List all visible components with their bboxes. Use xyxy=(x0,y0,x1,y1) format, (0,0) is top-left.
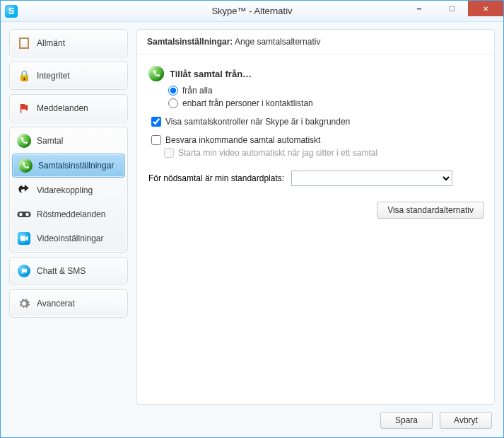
sidebar-item-label: Meddelanden xyxy=(37,103,120,113)
sidebar-item-general[interactable]: Allmänt xyxy=(11,31,126,55)
panel-body: Tillåt samtal från… från alla enbart frå… xyxy=(137,54,494,404)
sidebar-group-advanced: Avancerat xyxy=(9,289,128,318)
sidebar: Allmänt 🔒 Integritet Meddelanden xyxy=(9,29,128,429)
check-show-controls-input[interactable] xyxy=(151,117,161,127)
check-show-controls-label: Visa samtalskontroller när Skype är i ba… xyxy=(165,117,350,127)
sidebar-item-video[interactable]: Videoinställningar xyxy=(11,226,126,250)
sidebar-item-label: Samtalsinställningar xyxy=(38,161,119,171)
footer: Spara Avbryt xyxy=(136,405,495,429)
sidebar-item-label: Avancerat xyxy=(37,299,120,309)
radio-from-all[interactable]: från alla xyxy=(168,86,483,96)
check-auto-answer[interactable]: Besvara inkommande samtal automatiskt xyxy=(151,135,483,145)
radio-contacts-only-label: enbart från personer i kontaktlistan xyxy=(182,98,313,108)
phone-icon xyxy=(18,159,33,173)
radio-contacts-only[interactable]: enbart från personer i kontaktlistan xyxy=(168,98,483,108)
sidebar-item-label: Videoinställningar xyxy=(37,234,120,243)
chat-icon xyxy=(17,264,31,278)
window-controls: ━ ☐ ✕ xyxy=(403,1,503,16)
panel-header: Samtalsinställningar: Ange samtalsaltern… xyxy=(137,30,494,54)
check-start-video-label: Starta min video automatiskt när jag sit… xyxy=(178,148,377,158)
sidebar-item-call-settings[interactable]: Samtalsinställningar xyxy=(12,154,125,178)
phone-icon xyxy=(148,66,164,81)
panel-header-title: Samtalsinställningar: xyxy=(147,37,233,47)
content-card: Samtalsinställningar: Ange samtalsaltern… xyxy=(136,29,495,405)
sidebar-item-label: Samtal xyxy=(37,136,120,146)
sidebar-item-privacy[interactable]: 🔒 Integritet xyxy=(11,64,126,88)
sidebar-group-general: Allmänt xyxy=(9,29,128,57)
check-start-video: Starta min video automatiskt när jag sit… xyxy=(164,148,483,158)
sidebar-item-label: Integritet xyxy=(37,71,120,81)
sidebar-item-calls[interactable]: Samtal xyxy=(11,129,126,153)
emergency-location-row: För nödsamtal är min standardplats: xyxy=(148,171,483,186)
content: Samtalsinställningar: Ange samtalsaltern… xyxy=(136,29,495,429)
sidebar-group-chat: Chatt & SMS xyxy=(9,257,128,285)
emergency-location-label: För nödsamtal är min standardplats: xyxy=(148,173,284,183)
sidebar-item-label: Allmänt xyxy=(37,38,120,48)
voicemail-icon xyxy=(17,207,31,221)
check-start-video-input xyxy=(164,148,174,158)
show-default-row: Visa standardalternativ xyxy=(377,202,484,219)
svg-point-1 xyxy=(19,213,23,217)
sidebar-item-voicemail[interactable]: Röstmeddelanden xyxy=(11,202,126,226)
sidebar-item-chat[interactable]: Chatt & SMS xyxy=(11,259,126,283)
sidebar-item-label: Vidarekoppling xyxy=(37,185,120,195)
options-window: S Skype™ - Alternativ ━ ☐ ✕ Allmänt 🔒 xyxy=(0,0,504,438)
flag-icon xyxy=(17,101,31,115)
maximize-button[interactable]: ☐ xyxy=(435,1,468,16)
cancel-button[interactable]: Avbryt xyxy=(440,412,492,429)
sidebar-group-calls: Samtal Samtalsinställningar Vidarekoppli… xyxy=(9,127,128,253)
check-auto-answer-input[interactable] xyxy=(151,135,161,145)
save-button[interactable]: Spara xyxy=(380,412,433,429)
door-icon xyxy=(17,36,31,50)
sidebar-item-advanced[interactable]: Avancerat xyxy=(11,292,126,316)
check-auto-answer-label: Besvara inkommande samtal automatiskt xyxy=(165,135,320,145)
sidebar-item-label: Chatt & SMS xyxy=(37,266,120,276)
sidebar-item-label: Röstmeddelanden xyxy=(37,209,120,219)
radio-from-all-label: från alla xyxy=(182,86,213,96)
emergency-location-select[interactable] xyxy=(291,171,452,186)
close-button[interactable]: ✕ xyxy=(468,1,503,16)
lock-icon: 🔒 xyxy=(17,69,31,83)
sidebar-group-privacy: 🔒 Integritet xyxy=(9,62,128,90)
gear-icon xyxy=(17,296,31,311)
panel-header-sub: Ange samtalsalternativ xyxy=(233,37,320,47)
check-show-controls[interactable]: Visa samtalskontroller när Skype är i ba… xyxy=(151,117,483,127)
titlebar: S Skype™ - Alternativ ━ ☐ ✕ xyxy=(1,1,503,22)
sidebar-group-notifications: Meddelanden xyxy=(9,94,128,122)
body: Allmänt 🔒 Integritet Meddelanden xyxy=(1,22,503,437)
radio-from-all-input[interactable] xyxy=(168,86,178,96)
video-icon xyxy=(17,231,31,246)
svg-point-2 xyxy=(25,213,29,217)
allow-calls-section: Tillåt samtal från… xyxy=(148,66,483,81)
radio-contacts-only-input[interactable] xyxy=(168,98,178,108)
allow-calls-title: Tillåt samtal från… xyxy=(170,69,252,79)
forward-icon xyxy=(17,183,31,197)
phone-icon xyxy=(17,134,31,148)
skype-icon: S xyxy=(5,5,18,18)
show-default-button[interactable]: Visa standardalternativ xyxy=(377,202,484,219)
sidebar-item-forwarding[interactable]: Vidarekoppling xyxy=(11,178,126,202)
sidebar-item-notifications[interactable]: Meddelanden xyxy=(11,96,126,120)
minimize-button[interactable]: ━ xyxy=(403,1,435,16)
